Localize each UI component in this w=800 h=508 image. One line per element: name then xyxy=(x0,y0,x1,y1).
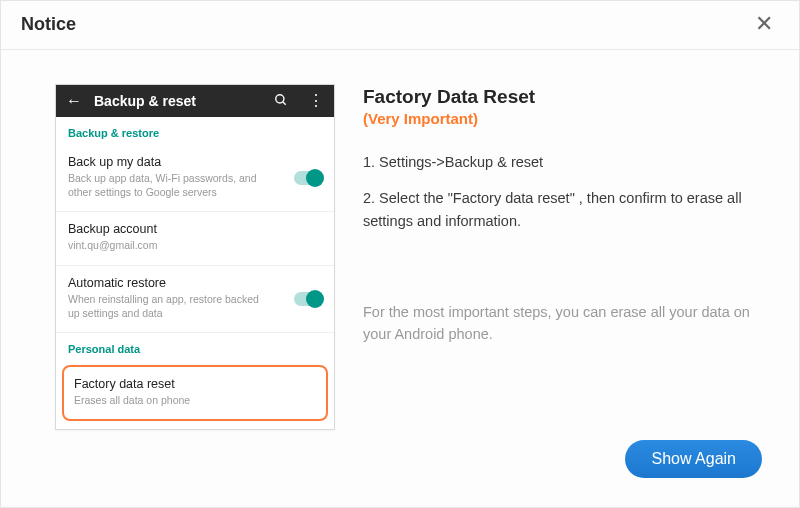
item-title: Back up my data xyxy=(68,155,322,169)
item-factory-data-reset-highlight: Factory data reset Erases all data on ph… xyxy=(62,365,328,421)
search-icon xyxy=(274,93,288,109)
toggle-on-icon xyxy=(294,292,322,306)
item-backup-account: Backup account vint.qu@gmail.com xyxy=(56,212,334,265)
item-backup-my-data: Back up my data Back up app data, Wi-Fi … xyxy=(56,145,334,212)
dialog-titlebar: Notice ✕ xyxy=(1,1,799,50)
info-panel: Factory Data Reset (Very Important) 1. S… xyxy=(363,84,763,430)
item-subtitle: When reinstalling an app, restore backed… xyxy=(68,292,268,320)
info-steps: 1. Settings->Backup & reset 2. Select th… xyxy=(363,151,763,232)
section-personal-data: Personal data xyxy=(56,333,334,361)
svg-line-1 xyxy=(283,102,286,105)
more-icon: ⋮ xyxy=(308,93,324,109)
item-title: Backup account xyxy=(68,222,322,236)
section-backup-restore: Backup & restore xyxy=(56,117,334,145)
item-subtitle: vint.qu@gmail.com xyxy=(68,238,268,252)
item-title: Automatic restore xyxy=(68,276,322,290)
dialog-content: ← Backup & reset ⋮ Backup & restore Back… xyxy=(1,50,799,450)
item-automatic-restore: Automatic restore When reinstalling an a… xyxy=(56,266,334,333)
phone-header-title: Backup & reset xyxy=(94,93,262,109)
svg-point-0 xyxy=(276,95,284,103)
phone-header: ← Backup & reset ⋮ xyxy=(56,85,334,117)
info-important: (Very Important) xyxy=(363,110,763,127)
phone-preview: ← Backup & reset ⋮ Backup & restore Back… xyxy=(55,84,335,430)
show-again-button[interactable]: Show Again xyxy=(625,440,762,478)
step-2: 2. Select the "Factory data reset" , the… xyxy=(363,187,763,232)
close-icon[interactable]: ✕ xyxy=(749,11,779,37)
step-1: 1. Settings->Backup & reset xyxy=(363,151,763,173)
item-subtitle: Back up app data, Wi-Fi passwords, and o… xyxy=(68,171,268,199)
dialog-title: Notice xyxy=(21,14,76,35)
toggle-on-icon xyxy=(294,171,322,185)
item-subtitle: Erases all data on phone xyxy=(74,393,274,407)
item-title: Factory data reset xyxy=(74,377,316,391)
info-note: For the most important steps, you can er… xyxy=(363,302,763,346)
info-heading: Factory Data Reset xyxy=(363,86,763,108)
back-arrow-icon: ← xyxy=(66,93,82,109)
